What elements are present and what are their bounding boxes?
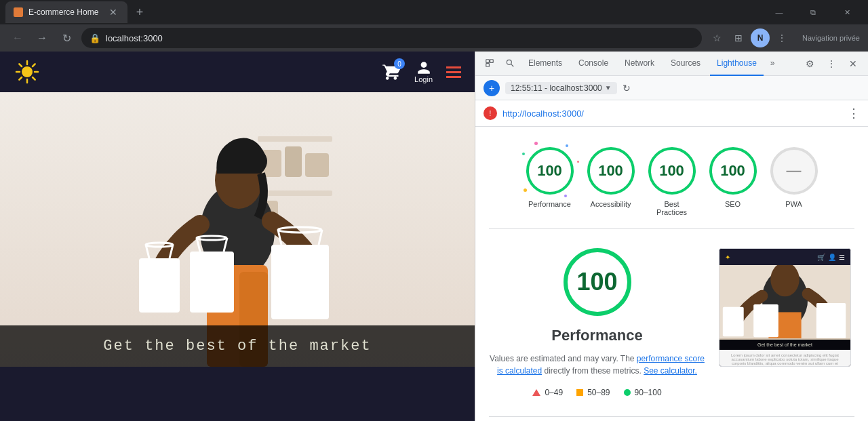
svg-rect-41 bbox=[723, 307, 744, 336]
shop-header: 0 Login bbox=[0, 52, 475, 92]
address-actions: ☆ ⊞ N ⋮ bbox=[707, 28, 791, 47]
new-report-button[interactable]: + bbox=[484, 80, 500, 96]
minimize-button[interactable]: — bbox=[764, 0, 795, 24]
hero-image: Get the best of the market bbox=[0, 92, 475, 367]
confetti-dot bbox=[577, 161, 579, 163]
tab-bar: E-commerce Home ✕ + — ⧉ ✕ bbox=[0, 0, 868, 24]
timestamp-caret-icon: ▼ bbox=[605, 84, 612, 92]
confetti-wrap: 100 bbox=[526, 147, 574, 195]
reload-button[interactable]: ↻ bbox=[57, 28, 76, 47]
score-label-seo: SEO bbox=[725, 200, 741, 208]
forward-button[interactable]: → bbox=[33, 28, 52, 47]
login-label: Login bbox=[414, 75, 433, 83]
devtools-panel: Elements Console Network Sources Lightho… bbox=[475, 52, 868, 421]
confetti-dot bbox=[522, 153, 525, 155]
pass-range: 90–100 bbox=[635, 388, 662, 397]
timestamp-text: 12:55:11 - localhost:3000 bbox=[511, 83, 602, 93]
score-circle-pwa: — bbox=[770, 147, 818, 195]
tab-more[interactable]: » bbox=[766, 52, 779, 76]
fail-icon bbox=[532, 389, 540, 396]
svg-line-8 bbox=[19, 77, 22, 80]
new-tab-button[interactable]: + bbox=[130, 3, 149, 22]
svg-rect-13 bbox=[305, 153, 329, 177]
devtools-inspect-button[interactable] bbox=[501, 52, 519, 76]
svg-rect-20 bbox=[139, 258, 180, 313]
sun-icon bbox=[15, 60, 39, 84]
lock-icon: 🔒 bbox=[90, 33, 100, 43]
close-window-button[interactable]: ✕ bbox=[831, 0, 863, 24]
hamburger-line-1 bbox=[446, 66, 461, 68]
devtools-undock-button[interactable] bbox=[481, 52, 498, 76]
perf-description: Values are estimated and may vary. The p… bbox=[489, 353, 705, 377]
thumb-user-icon: 👤 bbox=[828, 254, 836, 261]
active-tab[interactable]: E-commerce Home ✕ bbox=[5, 1, 127, 23]
timestamp-selector[interactable]: 12:55:11 - localhost:3000 ▼ bbox=[505, 82, 617, 94]
thumb-icons: 🛒 👤 ☰ bbox=[817, 254, 845, 261]
score-value-accessibility: 100 bbox=[598, 162, 623, 180]
svg-rect-14 bbox=[258, 191, 332, 196]
svg-rect-43 bbox=[816, 303, 846, 338]
bookmark-button[interactable]: ☆ bbox=[707, 28, 726, 47]
cart-icon-wrap[interactable]: 0 bbox=[382, 62, 401, 81]
dots-menu-button[interactable]: ⋮ bbox=[822, 54, 841, 73]
perf-calculator-link[interactable]: See calculator. bbox=[644, 366, 697, 376]
scores-row: 100 Performance 100 Accessibility 100 bbox=[489, 140, 854, 223]
maximize-button[interactable]: ⧉ bbox=[797, 0, 829, 24]
cart-badge: 0 bbox=[394, 58, 405, 69]
svg-rect-24 bbox=[190, 252, 234, 313]
tab-network[interactable]: Network bbox=[618, 52, 661, 76]
perf-title: Performance bbox=[489, 327, 705, 344]
back-button[interactable]: ← bbox=[8, 28, 27, 47]
settings-button[interactable]: ⚙ bbox=[800, 54, 819, 73]
score-performance: 100 Performance bbox=[526, 147, 574, 216]
tab-title: E-commerce Home bbox=[28, 7, 102, 17]
score-legend: 0–49 50–89 90–100 bbox=[489, 388, 705, 397]
svg-line-6 bbox=[33, 77, 35, 80]
tab-lighthouse[interactable]: Lighthouse bbox=[710, 52, 764, 76]
svg-rect-42 bbox=[753, 304, 778, 337]
perf-desc-prefix: Values are estimated and may vary. The bbox=[490, 354, 637, 363]
url-text: localhost:3000 bbox=[106, 33, 163, 43]
big-score-wrap: 100 bbox=[489, 248, 705, 316]
score-label-best-practices: Best Practices bbox=[648, 200, 696, 216]
score-circle-accessibility: 100 bbox=[587, 147, 635, 195]
refresh-report-button[interactable]: ↻ bbox=[623, 83, 631, 94]
svg-point-0 bbox=[22, 66, 33, 77]
thumb-cart-icon: 🛒 bbox=[817, 254, 825, 261]
tab-sources[interactable]: Sources bbox=[664, 52, 707, 76]
tab-elements[interactable]: Elements bbox=[521, 52, 569, 76]
thumb-hero-image bbox=[719, 265, 850, 340]
svg-point-36 bbox=[507, 60, 511, 64]
score-circle-seo: 100 bbox=[709, 147, 757, 195]
site-thumbnail: ✦ 🛒 👤 ☰ bbox=[719, 248, 851, 367]
score-accessibility: 100 Accessibility bbox=[587, 147, 635, 216]
window-controls: — ⧉ ✕ bbox=[764, 0, 863, 24]
browser-chrome: E-commerce Home ✕ + — ⧉ ✕ ← → ↻ 🔒 localh… bbox=[0, 0, 868, 52]
login-button[interactable]: Login bbox=[414, 60, 433, 83]
hamburger-menu[interactable] bbox=[446, 66, 461, 78]
devtools-actions: ⚙ ⋮ ✕ bbox=[800, 54, 863, 73]
url-bar[interactable]: 🔒 localhost:3000 bbox=[81, 28, 702, 48]
profile-button[interactable]: N bbox=[751, 28, 770, 47]
thumb-footer: Get the best of the market bbox=[719, 340, 850, 350]
more-button[interactable]: ⋮ bbox=[772, 28, 791, 47]
inspect-icon bbox=[505, 58, 515, 68]
score-seo: 100 SEO bbox=[709, 147, 757, 216]
url-more-button[interactable]: ⋮ bbox=[848, 106, 860, 121]
tab-console[interactable]: Console bbox=[572, 52, 615, 76]
close-devtools-button[interactable]: ✕ bbox=[844, 54, 863, 73]
ecommerce-page: 0 Login bbox=[0, 52, 475, 421]
score-label-accessibility: Accessibility bbox=[591, 200, 631, 208]
score-circle-performance: 100 bbox=[526, 147, 574, 195]
shop-logo bbox=[14, 58, 41, 85]
thumb-header: ✦ 🛒 👤 ☰ bbox=[719, 249, 850, 265]
extension-button[interactable]: ⊞ bbox=[729, 28, 748, 47]
tab-close-button[interactable]: ✕ bbox=[107, 6, 119, 18]
score-best-practices: 100 Best Practices bbox=[648, 147, 696, 216]
thumb-logo: ✦ bbox=[725, 254, 730, 261]
big-score-circle: 100 bbox=[564, 248, 631, 316]
legend-fail: 0–49 bbox=[532, 388, 563, 397]
metrics-bar: METRICS Expand view bbox=[489, 416, 854, 421]
user-icon bbox=[416, 60, 431, 75]
score-value-seo: 100 bbox=[720, 162, 745, 180]
